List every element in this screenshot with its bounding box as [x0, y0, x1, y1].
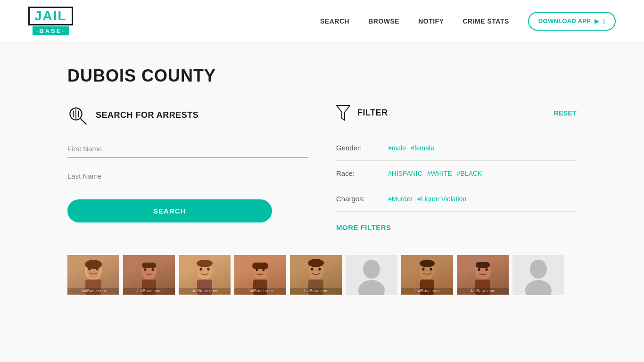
race-tag-black[interactable]: #BLACK [457, 170, 482, 177]
charge-tag-murder[interactable]: #Murder [388, 195, 413, 203]
search-section: SEARCH FOR ARRESTS SEARCH [67, 105, 308, 231]
placeholder-silhouette-icon-2 [512, 255, 564, 295]
gender-tag-female[interactable]: #female [411, 144, 434, 152]
mugshot-placeholder [346, 255, 397, 295]
svg-point-30 [319, 268, 321, 271]
mugshot-item[interactable]: JailBase.com [234, 255, 286, 295]
nav-notify[interactable]: NOTIFY [418, 17, 444, 25]
download-app-button[interactable]: DOWNLOAD APP ▶  [528, 12, 616, 31]
charges-label: Charges: [336, 195, 379, 203]
page-title: DUBOIS COUNTY [67, 66, 577, 86]
content-grid: SEARCH FOR ARRESTS SEARCH FILTER R [67, 105, 577, 231]
svg-line-1 [80, 118, 86, 124]
svg-point-38 [430, 268, 432, 271]
svg-point-11 [85, 260, 102, 269]
search-arrests-icon [67, 105, 89, 126]
mugshot-item[interactable]: JailBase.com [290, 255, 342, 295]
site-logo[interactable]: JAIL ·BASE· [28, 7, 73, 36]
mugshot-watermark: JailBase.com [401, 288, 453, 294]
gender-tag-male[interactable]: #male [388, 144, 406, 152]
svg-point-20 [207, 268, 210, 271]
reset-button[interactable]: RESET [554, 109, 577, 117]
svg-point-21 [197, 260, 213, 267]
last-name-input[interactable] [67, 167, 308, 185]
svg-point-46 [530, 260, 547, 279]
mugshot-watermark: JailBase.com [457, 288, 509, 294]
site-header: JAIL ·BASE· SEARCH BROWSE NOTIFY CRIME S… [0, 0, 644, 42]
search-header: SEARCH FOR ARRESTS [67, 105, 308, 126]
svg-rect-16 [142, 263, 156, 268]
filter-icon [336, 105, 350, 121]
svg-point-37 [422, 268, 425, 271]
main-content: DUBOIS COUNTY SEARCH FOR ARRESTS [39, 42, 605, 319]
nav-browse[interactable]: BROWSE [368, 17, 399, 25]
svg-marker-5 [337, 106, 350, 120]
filter-row-gender: Gender: #male #female [336, 135, 577, 161]
search-button[interactable]: SEARCH [67, 199, 272, 222]
mugshot-item[interactable]: JailBase.com [67, 255, 119, 295]
mugshot-watermark: JailBase.com [123, 288, 175, 294]
first-name-input[interactable] [67, 140, 308, 158]
more-filters-button[interactable]: MORE FILTERS [336, 223, 391, 231]
charge-tag-liquor[interactable]: #Liquor Violation [417, 195, 466, 203]
svg-rect-26 [252, 263, 268, 269]
charges-tags: #Murder #Liquor Violation [388, 195, 466, 203]
filter-row-race: Race: #HISPANIC #WHITE #BLACK [336, 161, 577, 186]
race-tags: #HISPANIC #WHITE #BLACK [388, 170, 482, 177]
race-label: Race: [336, 169, 379, 177]
nav-crime-stats[interactable]: CRIME STATS [463, 17, 509, 25]
filter-header: FILTER RESET [336, 105, 577, 121]
mugshots-strip: JailBase.com JailBase.com [67, 255, 577, 295]
mugshot-item[interactable]: JailBase.com [123, 255, 175, 295]
gender-tags: #male #female [388, 144, 434, 152]
mugshot-watermark: JailBase.com [290, 288, 342, 294]
svg-point-14 [144, 268, 147, 271]
mugshot-placeholder [512, 255, 564, 295]
filter-section-title: FILTER [357, 108, 388, 118]
mugshot-item[interactable]: JailBase.com [401, 255, 453, 295]
race-tag-hispanic[interactable]: #HISPANIC [388, 170, 422, 177]
logo-base-text: ·BASE· [33, 26, 69, 35]
gender-label: Gender: [336, 144, 379, 152]
search-section-title: SEARCH FOR ARRESTS [96, 110, 198, 120]
mugshot-watermark: JailBase.com [67, 288, 119, 294]
svg-point-31 [308, 259, 324, 267]
filter-section: FILTER RESET Gender: #male #female Race:… [336, 105, 577, 231]
svg-point-29 [311, 268, 314, 271]
placeholder-silhouette-icon [346, 255, 397, 295]
svg-rect-44 [476, 262, 490, 268]
mugshot-item[interactable]: JailBase.com [179, 255, 231, 295]
svg-point-39 [420, 260, 435, 267]
last-name-group [67, 167, 308, 185]
jail-word: JAIL [34, 8, 67, 23]
race-tag-white[interactable]: #WHITE [427, 170, 452, 177]
main-nav: SEARCH BROWSE NOTIFY CRIME STATS DOWNLOA… [320, 12, 616, 31]
first-name-group [67, 140, 308, 158]
mugshot-watermark: JailBase.com [179, 288, 231, 294]
svg-point-42 [478, 268, 480, 271]
filter-row-charges: Charges: #Murder #Liquor Violation [336, 186, 577, 212]
svg-point-15 [152, 268, 154, 271]
apple-icon:  [603, 17, 605, 25]
filter-left: FILTER [336, 105, 388, 121]
mugshot-watermark: JailBase.com [234, 288, 286, 294]
download-app-label: DOWNLOAD APP [538, 17, 591, 25]
logo-jail-text: JAIL [28, 7, 73, 26]
nav-search[interactable]: SEARCH [320, 17, 349, 25]
play-icon: ▶ [594, 18, 599, 25]
svg-point-19 [200, 268, 202, 271]
mugshot-item[interactable]: JailBase.com [457, 255, 509, 295]
svg-point-33 [363, 260, 380, 279]
svg-point-43 [486, 268, 488, 271]
